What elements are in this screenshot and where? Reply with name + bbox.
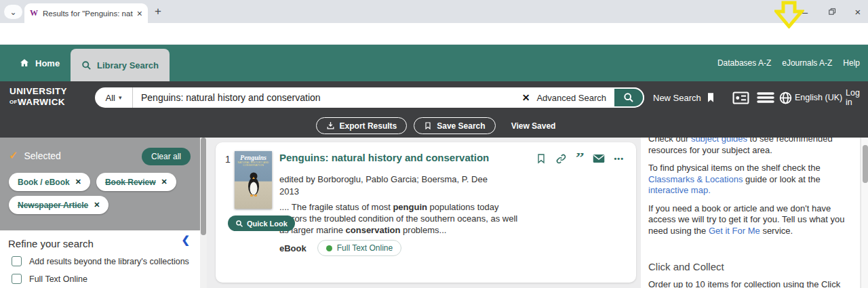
save-bookmark-icon[interactable] [536, 152, 547, 165]
selected-filters-panel: ✓ Selected Clear all Book / eBook ✕ Book… [0, 138, 200, 230]
download-icon [326, 121, 335, 130]
university-logo: UNIVERSITY OFWARWICK [9, 87, 67, 108]
classmarks-locations-link[interactable]: Classmarks & Locations [648, 174, 743, 184]
databases-az-link[interactable]: Databases A-Z [717, 58, 771, 68]
checkbox-label: Full Text Online [29, 274, 87, 284]
result-byline: edited by Borboroglu, Pablo Garcia; Boer… [279, 174, 488, 184]
library-search-tab[interactable]: Library Search [71, 49, 170, 81]
page-scrollbar[interactable] [861, 138, 868, 288]
bookmark-icon [424, 121, 432, 131]
sidebar-scrollbar[interactable] [200, 138, 207, 288]
login-link[interactable]: Log in [846, 81, 868, 114]
permalink-icon[interactable] [555, 153, 567, 165]
help-link[interactable]: Help [843, 58, 860, 68]
remove-filter-icon[interactable]: ✕ [75, 178, 81, 186]
filter-pill-book-review[interactable]: Book Review ✕ [96, 173, 176, 191]
clear-search-icon[interactable]: ✕ [522, 92, 530, 103]
checkbox-label: Add results beyond the library's collect… [29, 257, 189, 266]
quick-look-label: Quick Look [247, 220, 288, 228]
window-restore-button[interactable] [822, 0, 842, 23]
saved-items-button[interactable] [705, 81, 716, 114]
search-submit-button[interactable] [613, 87, 644, 108]
library-help-panel: Check our subject guides to see recommen… [641, 138, 860, 288]
export-results-label: Export Results [340, 121, 397, 131]
search-result-card: 1 Penguins NATURAL HISTORY AND CONSERVAT… [216, 142, 636, 283]
help-paragraph-1: Check our subject guides to see recommen… [648, 138, 853, 156]
home-label: Home [35, 58, 60, 68]
menu-button[interactable] [757, 81, 774, 114]
checkbox-full-text-online[interactable] [12, 274, 22, 284]
refine-heading: Refine your search [8, 238, 94, 249]
result-snippet: .... The fragile status of most penguin … [279, 201, 522, 236]
bookmark-icon [705, 91, 716, 104]
language-label[interactable]: English (UK) [795, 81, 842, 114]
refine-panel: Refine your search ❮ Add results beyond … [0, 230, 200, 288]
library-card-icon [732, 91, 749, 104]
penguin-image [243, 169, 264, 199]
availability-label: Full Text Online [337, 243, 393, 253]
tab-title: Results for "Penguins: natural hi [43, 9, 133, 18]
availability-dot [326, 245, 332, 251]
scrollbar-thumb[interactable] [201, 138, 206, 235]
site-header: Home Library Search Databases A-Z eJourn… [0, 45, 868, 81]
scope-dropdown[interactable]: All ▾ [95, 87, 133, 108]
ejournals-az-link[interactable]: eJournals A-Z [782, 58, 832, 68]
search-icon [81, 60, 92, 70]
filter-pill-newspaper-article[interactable]: Newspaper Article ✕ [9, 196, 108, 214]
search-header: UNIVERSITY OFWARWICK All ▾ ✕ Advanced Se… [0, 81, 868, 114]
filter-pill-book-ebook[interactable]: Book / eBook ✕ [9, 173, 90, 191]
click-and-collect-heading: Click and Collect [648, 262, 853, 273]
logo-of: OF [9, 99, 18, 105]
interactive-map-link[interactable]: interactive map. [648, 185, 711, 195]
home-tab[interactable]: Home [19, 45, 60, 81]
view-saved-link[interactable]: View Saved [511, 121, 556, 131]
advanced-search-link[interactable]: Advanced Search [536, 93, 606, 103]
get-it-for-me-link[interactable]: Get it For Me [709, 226, 760, 236]
help-paragraph-2: To find physical items on the shelf chec… [648, 163, 853, 197]
logo-line2: WARWICK [18, 97, 65, 107]
full-text-online-badge[interactable]: Full Text Online [317, 240, 401, 256]
check-icon: ✓ [9, 149, 18, 162]
remove-filter-icon[interactable]: ✕ [161, 178, 167, 186]
export-results-button[interactable]: Export Results [316, 117, 408, 134]
tab-close-icon[interactable]: × [137, 8, 142, 19]
clear-all-button[interactable]: Clear all [142, 148, 191, 165]
browser-tab[interactable]: W Results for "Penguins: natural hi × [24, 3, 148, 23]
book-cover-thumbnail[interactable]: Penguins NATURAL HISTORY AND CONSERVATIO… [235, 151, 272, 209]
window-close-button[interactable]: × [848, 0, 868, 23]
new-search-link[interactable]: New Search [653, 81, 701, 114]
browser-window: ⌄ W Results for "Penguins: natural hi × … [0, 0, 868, 288]
save-search-label: Save Search [437, 121, 485, 131]
scrollbar-thumb[interactable] [863, 145, 868, 183]
result-year: 2013 [279, 186, 299, 197]
selected-heading: Selected [24, 150, 60, 161]
hamburger-icon [757, 91, 774, 104]
home-icon [19, 58, 30, 68]
new-tab-button[interactable]: + [155, 5, 161, 18]
collapse-sidebar-icon[interactable]: ❮ [181, 234, 190, 246]
logo-line1: UNIVERSITY [9, 87, 67, 96]
subject-guides-link[interactable]: subject guides [691, 138, 747, 144]
citation-icon[interactable]: ” [576, 153, 585, 164]
remove-filter-icon[interactable]: ✕ [94, 201, 100, 209]
result-title-link[interactable]: Penguins: natural history and conservati… [279, 152, 489, 163]
format-label: eBook [279, 243, 307, 253]
search-input[interactable] [133, 92, 515, 103]
help-paragraph-4: Order up to 10 items for collection usin… [648, 279, 853, 288]
tab-search-button[interactable]: ⌄ [4, 5, 22, 19]
tab-strip: ⌄ W Results for "Penguins: natural hi × … [0, 0, 868, 23]
results-toolbar: Export Results Save Search View Saved [0, 114, 868, 138]
email-icon[interactable] [593, 154, 605, 163]
language-button[interactable] [778, 81, 793, 114]
more-options-icon[interactable]: ••• [614, 155, 624, 163]
quick-look-button[interactable]: Quick Look [228, 215, 295, 231]
restore-icon [827, 7, 837, 16]
help-paragraph-3: If you need a book or article and we don… [648, 203, 853, 237]
result-number: 1 [225, 154, 231, 165]
search-bar: All ▾ ✕ Advanced Search [95, 87, 644, 108]
citation-card-button[interactable] [732, 81, 749, 114]
save-search-button[interactable]: Save Search [414, 117, 495, 134]
checkbox-beyond-collections[interactable] [12, 256, 22, 266]
annotation-arrow-icon [774, 1, 804, 28]
library-search-label: Library Search [97, 60, 159, 70]
